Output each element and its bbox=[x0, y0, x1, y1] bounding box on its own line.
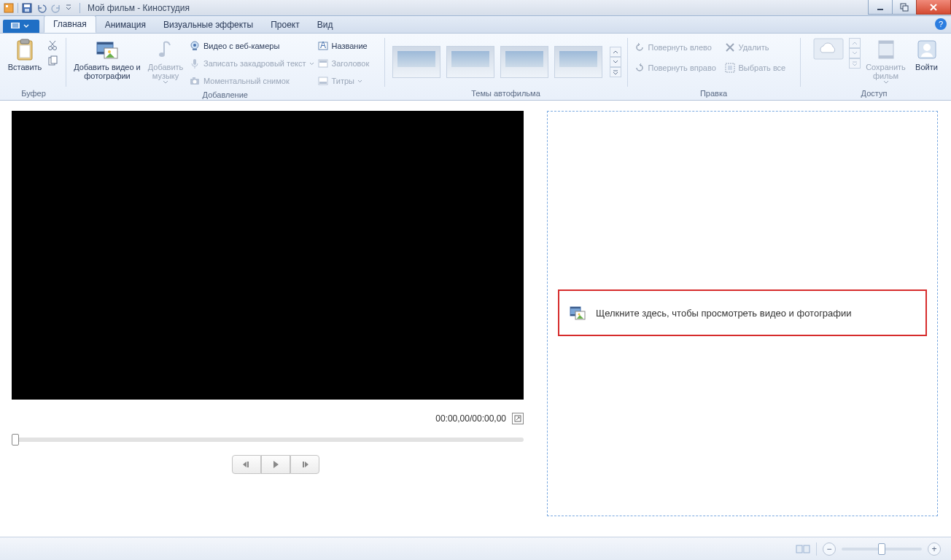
tab-visual-effects[interactable]: Визуальные эффекты bbox=[155, 17, 262, 33]
prev-frame-button[interactable] bbox=[232, 455, 261, 474]
tab-home[interactable]: Главная bbox=[44, 15, 96, 33]
maximize-button[interactable] bbox=[892, 0, 917, 15]
tab-animation[interactable]: Анимация bbox=[96, 17, 155, 33]
qat-dropdown-icon[interactable] bbox=[65, 2, 77, 14]
undo-icon[interactable] bbox=[36, 2, 47, 14]
svg-rect-58 bbox=[796, 545, 802, 553]
zoom-in-button[interactable]: + bbox=[928, 542, 941, 556]
share-scroll-down[interactable] bbox=[849, 48, 861, 58]
paste-button[interactable]: Вставить bbox=[7, 36, 42, 73]
window-title: Мой фильм - Киностудия bbox=[88, 3, 190, 13]
webcam-video-button[interactable]: Видео с веб-камеры bbox=[189, 38, 314, 54]
captions-label: Титры bbox=[332, 77, 354, 85]
theme-scroll-up[interactable] bbox=[610, 47, 621, 57]
film-reel-icon bbox=[874, 38, 898, 61]
share-gallery-expand[interactable] bbox=[849, 58, 861, 69]
svg-rect-3 bbox=[24, 4, 30, 7]
svg-point-32 bbox=[193, 80, 197, 84]
ribbon-tabstrip: Главная Анимация Визуальные эффекты Прое… bbox=[0, 16, 951, 34]
music-note-icon bbox=[154, 38, 177, 61]
camera-icon bbox=[189, 75, 201, 87]
add-media-callout-text: Щелкните здесь, чтобы просмотреть видео … bbox=[596, 308, 852, 319]
rotate-right-icon bbox=[634, 62, 645, 74]
timeline-drop-zone[interactable]: Щелкните здесь, чтобы просмотреть видео … bbox=[547, 111, 938, 516]
svg-rect-52 bbox=[303, 462, 304, 467]
add-video-photo-button[interactable]: Добавить видео и фотографии bbox=[72, 36, 142, 82]
narration-button[interactable]: Записать закадровый текст bbox=[189, 55, 314, 71]
redo-icon[interactable] bbox=[50, 2, 62, 14]
group-separator bbox=[384, 38, 385, 87]
file-menu-button[interactable] bbox=[3, 20, 39, 33]
cloud-share-button[interactable] bbox=[807, 36, 843, 64]
play-button[interactable] bbox=[261, 455, 290, 474]
add-music-button[interactable]: Добавить музыку bbox=[145, 36, 186, 86]
cut-button[interactable] bbox=[45, 38, 60, 52]
add-media-callout[interactable]: Щелкните здесь, чтобы просмотреть видео … bbox=[558, 289, 927, 336]
title-caption-button[interactable]: A Название bbox=[317, 38, 379, 54]
group-themes: Темы автофильма bbox=[387, 35, 626, 100]
svg-point-49 bbox=[923, 44, 931, 51]
zoom-out-button[interactable]: − bbox=[823, 542, 836, 556]
svg-rect-42 bbox=[728, 66, 732, 70]
close-button[interactable] bbox=[916, 0, 951, 15]
save-icon[interactable] bbox=[21, 2, 33, 14]
webcam-label: Видео с веб-камеры bbox=[203, 42, 279, 50]
film-photo-icon bbox=[570, 305, 586, 321]
statusbar-separator bbox=[816, 542, 817, 556]
header-caption-button[interactable]: Заголовок bbox=[317, 55, 379, 71]
theme-thumbnail[interactable] bbox=[446, 46, 494, 78]
add-video-photo-label: Добавить видео и фотографии bbox=[74, 63, 141, 80]
copy-button[interactable] bbox=[45, 54, 60, 69]
chevron-down-icon bbox=[309, 61, 314, 66]
cloud-icon bbox=[813, 38, 837, 61]
minimize-button[interactable] bbox=[868, 0, 893, 15]
timeline-pane: Щелкните здесь, чтобы просмотреть видео … bbox=[540, 101, 951, 537]
sign-in-button[interactable]: Войти bbox=[912, 36, 942, 73]
preview-canvas bbox=[12, 111, 524, 400]
group-access: Сохранить фильм Войти Доступ bbox=[802, 35, 947, 100]
theme-thumbnail[interactable] bbox=[554, 46, 602, 78]
svg-rect-51 bbox=[247, 462, 249, 467]
seek-bar[interactable] bbox=[12, 438, 524, 442]
captions-button[interactable]: Титры bbox=[317, 73, 379, 89]
group-buffer: Вставить Буфер bbox=[3, 35, 64, 100]
svg-point-25 bbox=[159, 52, 165, 57]
theme-thumbnail[interactable] bbox=[500, 46, 548, 78]
select-all-label: Выбрать все bbox=[739, 63, 786, 72]
fullscreen-button[interactable] bbox=[512, 413, 524, 424]
add-music-label: Добавить музыку bbox=[147, 63, 185, 80]
view-switch-button[interactable] bbox=[796, 543, 810, 555]
snapshot-button[interactable]: Моментальный снимок bbox=[189, 73, 314, 89]
svg-rect-14 bbox=[20, 39, 29, 44]
theme-gallery-expand[interactable] bbox=[610, 67, 621, 77]
select-all-icon bbox=[724, 62, 736, 74]
group-access-label: Доступ bbox=[807, 88, 942, 100]
seek-thumb[interactable] bbox=[12, 434, 19, 446]
svg-rect-29 bbox=[193, 59, 196, 65]
select-all-button[interactable]: Выбрать все bbox=[724, 60, 794, 76]
tab-project[interactable]: Проект bbox=[262, 17, 308, 33]
svg-rect-37 bbox=[319, 61, 327, 63]
share-scroll-up[interactable] bbox=[849, 38, 861, 48]
rotate-left-button[interactable]: Повернуть влево bbox=[634, 39, 721, 55]
zoom-slider[interactable] bbox=[842, 548, 922, 551]
theme-scroll-down[interactable] bbox=[610, 57, 621, 67]
group-separator bbox=[627, 38, 628, 87]
film-photo-icon bbox=[96, 38, 119, 61]
svg-rect-33 bbox=[193, 77, 195, 79]
delete-label: Удалить bbox=[739, 43, 769, 52]
zoom-slider-thumb[interactable] bbox=[878, 543, 885, 555]
snapshot-label: Моментальный снимок bbox=[203, 77, 290, 85]
user-icon bbox=[915, 38, 939, 61]
rotate-left-icon bbox=[634, 42, 645, 53]
svg-rect-54 bbox=[570, 307, 581, 308]
rotate-right-button[interactable]: Повернуть вправо bbox=[634, 60, 721, 76]
tab-view[interactable]: Вид bbox=[308, 17, 342, 33]
next-frame-button[interactable] bbox=[290, 455, 319, 474]
save-movie-button[interactable]: Сохранить фильм bbox=[863, 36, 909, 86]
captions-icon bbox=[317, 75, 329, 87]
help-button[interactable]: ? bbox=[935, 18, 947, 30]
theme-thumbnail[interactable] bbox=[392, 46, 440, 78]
delete-button[interactable]: Удалить bbox=[724, 39, 794, 55]
quick-access-toolbar bbox=[0, 2, 80, 14]
